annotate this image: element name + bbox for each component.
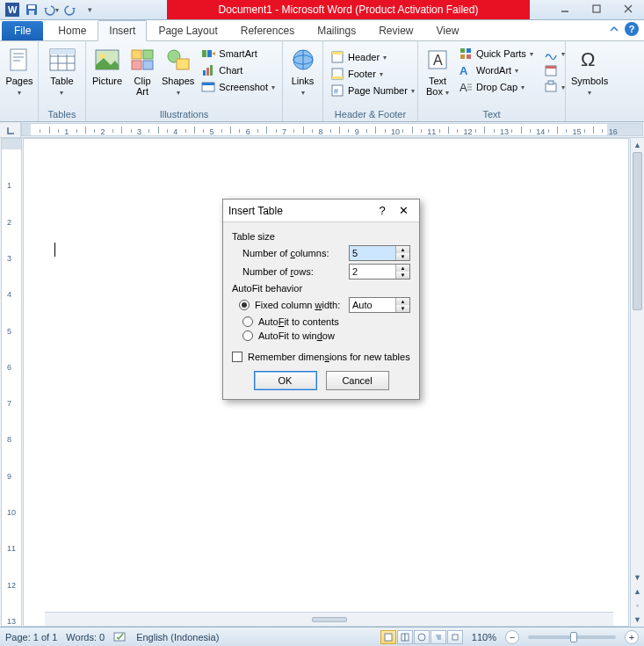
autofit-contents-radio[interactable]	[242, 316, 253, 327]
prev-page-icon[interactable]: ▲	[631, 584, 644, 599]
object-button[interactable]: ▾	[540, 79, 568, 95]
fixed-width-input[interactable]	[350, 298, 395, 312]
spin-up-icon[interactable]: ▲	[396, 246, 409, 253]
svg-rect-30	[206, 68, 209, 76]
page-number-button[interactable]: #Page Number ▾	[327, 83, 418, 98]
tab-file[interactable]: File	[2, 21, 43, 40]
help-icon[interactable]: ?	[625, 22, 639, 36]
outline-view-button[interactable]	[431, 630, 446, 644]
tab-mailings[interactable]: Mailings	[306, 20, 367, 40]
status-language[interactable]: English (Indonesia)	[136, 632, 219, 642]
num-columns-spinner[interactable]: ▲▼	[349, 245, 410, 261]
status-page[interactable]: Page: 1 of 1	[5, 632, 57, 642]
fixed-width-radio[interactable]	[239, 300, 250, 310]
tab-review[interactable]: Review	[367, 20, 424, 40]
proofing-icon[interactable]	[113, 630, 127, 644]
links-button[interactable]: Links▾	[286, 44, 319, 99]
tab-insert[interactable]: Insert	[98, 20, 147, 41]
draft-view-button[interactable]	[447, 630, 463, 644]
save-icon[interactable]	[23, 1, 40, 18]
zoom-slider[interactable]	[528, 635, 616, 639]
word-app-icon[interactable]: W	[4, 1, 21, 18]
header-button[interactable]: Header ▾	[327, 49, 418, 65]
header-icon	[330, 50, 344, 64]
footer-button[interactable]: Footer ▾	[327, 66, 418, 82]
horizontal-scrollbar[interactable]	[45, 612, 613, 626]
fixed-width-spinner[interactable]: ▲▼	[349, 297, 410, 313]
maximize-button[interactable]	[584, 1, 609, 17]
pages-label: Pages	[5, 76, 33, 86]
zoom-slider-knob[interactable]	[570, 632, 577, 642]
spin-up-icon[interactable]: ▲	[396, 298, 409, 305]
autofit-window-radio[interactable]	[242, 330, 253, 341]
remember-checkbox[interactable]	[232, 352, 242, 362]
tab-home[interactable]: Home	[47, 20, 98, 40]
date-time-button[interactable]	[540, 62, 568, 78]
tab-view[interactable]: View	[425, 20, 471, 40]
qat-customize-icon[interactable]: ▾	[81, 1, 98, 18]
dialog-help-button[interactable]: ?	[372, 204, 393, 217]
smartart-button[interactable]: SmartArt	[198, 46, 279, 62]
svg-rect-4	[29, 11, 34, 15]
num-rows-spinner[interactable]: ▲▼	[349, 264, 410, 279]
scroll-up-icon[interactable]: ▲	[631, 138, 644, 152]
spin-down-icon[interactable]: ▼	[396, 253, 409, 260]
autofit-window-label: AutoFit to window	[258, 330, 335, 341]
picture-button[interactable]: Picture	[90, 44, 125, 88]
vertical-ruler[interactable]: 12345678910111213	[1, 138, 22, 627]
svg-rect-40	[332, 76, 343, 79]
dropcap-button[interactable]: ADrop Cap ▾	[455, 79, 537, 95]
scroll-thumb[interactable]	[633, 152, 642, 310]
minimize-ribbon-icon[interactable]	[607, 22, 621, 36]
print-layout-view-button[interactable]	[380, 630, 396, 644]
spin-up-icon[interactable]: ▲	[396, 265, 409, 272]
web-layout-view-button[interactable]	[414, 630, 430, 644]
tab-references[interactable]: References	[229, 20, 306, 40]
cancel-button[interactable]: Cancel	[326, 371, 389, 390]
page-number-icon: #	[330, 83, 344, 98]
fullscreen-reading-view-button[interactable]	[397, 630, 413, 644]
num-columns-input[interactable]	[350, 246, 395, 260]
table-button[interactable]: Table▾	[42, 44, 82, 99]
ok-button[interactable]: OK	[254, 371, 317, 390]
wordart-icon: A	[459, 63, 473, 77]
textbox-button[interactable]: A Text Box ▾	[422, 44, 453, 99]
pages-button[interactable]: Pages▾	[4, 44, 35, 99]
screenshot-button[interactable]: Screenshot ▾	[198, 79, 279, 95]
symbols-button[interactable]: Ω Symbols▾	[569, 44, 610, 99]
horizontal-ruler[interactable]: 12345678910111213141516	[21, 123, 643, 136]
wordart-button[interactable]: AWordArt ▾	[455, 62, 537, 78]
text-group-label: Text	[422, 108, 561, 121]
zoom-in-button[interactable]: +	[625, 630, 639, 644]
tab-page-layout[interactable]: Page Layout	[147, 20, 228, 40]
signature-line-button[interactable]: ▾	[540, 46, 568, 62]
zoom-out-button[interactable]: −	[505, 630, 519, 644]
svg-rect-12	[13, 60, 20, 62]
num-rows-input[interactable]	[350, 265, 395, 279]
svg-rect-26	[177, 59, 189, 69]
table-size-heading: Table size	[232, 231, 410, 242]
tab-selector[interactable]	[0, 122, 21, 137]
zoom-level[interactable]: 110%	[472, 632, 496, 642]
svg-rect-57	[548, 81, 554, 84]
quickparts-button[interactable]: Quick Parts ▾	[455, 46, 537, 62]
clipart-button[interactable]: Clip Art	[127, 44, 158, 98]
svg-text:A: A	[459, 64, 468, 77]
undo-icon[interactable]: ▾	[42, 1, 60, 18]
status-words[interactable]: Words: 0	[66, 632, 105, 642]
dialog-titlebar[interactable]: Insert Table ? ✕	[223, 200, 419, 222]
shapes-label: Shapes	[162, 76, 194, 86]
shapes-button[interactable]: Shapes▾	[160, 44, 196, 99]
clipart-icon	[128, 46, 156, 74]
next-page-icon[interactable]: ▼	[631, 613, 644, 627]
browse-object-icon[interactable]: ◦	[631, 599, 644, 613]
redo-icon[interactable]	[62, 1, 79, 18]
close-button[interactable]	[616, 1, 640, 17]
vertical-scrollbar[interactable]: ▲ ▼ ▲ ◦ ▼	[630, 138, 644, 627]
spin-down-icon[interactable]: ▼	[396, 272, 409, 279]
spin-down-icon[interactable]: ▼	[396, 305, 409, 312]
scroll-down-icon[interactable]: ▼	[631, 570, 644, 584]
dialog-close-button[interactable]: ✕	[393, 204, 414, 217]
chart-button[interactable]: Chart	[198, 62, 279, 78]
minimize-button[interactable]	[553, 1, 577, 17]
